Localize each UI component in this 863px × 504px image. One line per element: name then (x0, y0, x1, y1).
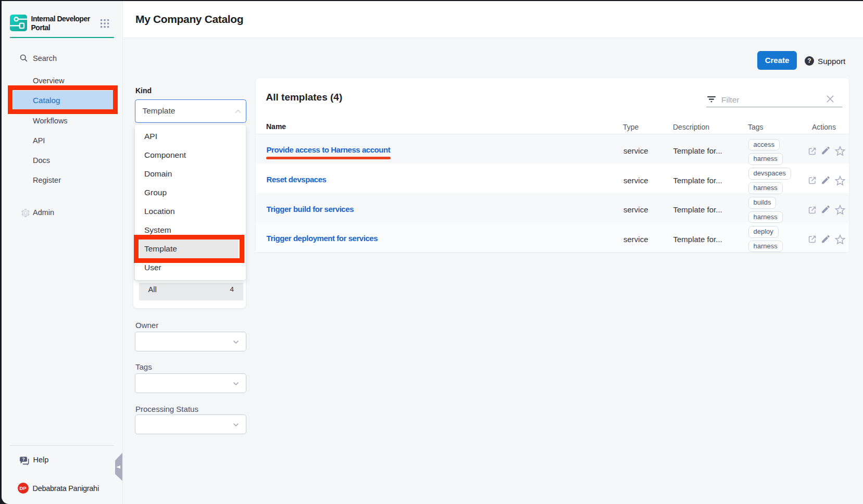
svg-text:?: ? (22, 457, 24, 462)
